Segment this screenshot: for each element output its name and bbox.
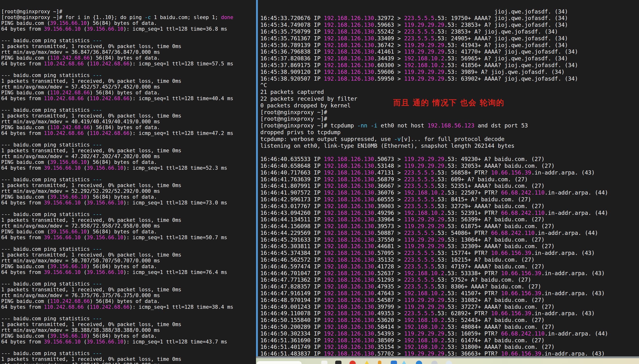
terminal-text: 223.5.5.5 xyxy=(404,176,434,182)
terminal-line xyxy=(1,136,257,142)
terminal-text: 192.168.126.130 xyxy=(324,297,374,303)
terminal-text: eth0 not host xyxy=(377,122,428,129)
terminal-text: ): icmp_seq=1 ttl=128 time=47.2 ms xyxy=(130,130,233,136)
terminal-line xyxy=(1,102,257,107)
terminal-text: --- xyxy=(93,246,102,252)
taskbar-app-icon-2[interactable] xyxy=(335,360,341,364)
left-terminal-window[interactable]: [root@nginxproxy ~]#[root@nginxproxy ~]#… xyxy=(0,0,257,364)
terminal-text: .44681 > xyxy=(374,243,404,249)
terminal-text: 0 packets dropped by kernel xyxy=(260,102,351,108)
terminal-text: rtt min/avg/max/mdev = 52.292/52.292/52.… xyxy=(1,188,160,194)
terminal-text: .in-addr.arpa. (43) xyxy=(541,290,605,296)
terminal-line: 1 packets transmitted, 1 received, 0% pa… xyxy=(1,113,257,119)
terminal-text: 1 packets transmitted, 1 received, 0% pa… xyxy=(1,217,181,223)
terminal-text: 66.68.242.110 xyxy=(501,210,544,216)
terminal-line: rtt min/avg/max/mdev = 38.388/38.388/38.… xyxy=(1,327,257,333)
terminal-text: 39.156.66.10 xyxy=(87,165,123,171)
terminal-text: .59606 > xyxy=(374,69,404,75)
terminal-line: 16:46:47.771362 IP 192.168.126.130.51293… xyxy=(260,276,639,284)
terminal-text: .in-addr.arpa. (44) xyxy=(535,230,598,236)
terminal-text: PING baidu.com ( xyxy=(1,124,50,130)
terminal-text: 66.68.242.110 xyxy=(491,230,534,236)
terminal-text: 192.168.126.130 xyxy=(324,190,374,196)
terminal-text: 192.168.126.130 xyxy=(324,28,374,35)
terminal-text: --- xyxy=(93,281,102,287)
terminal-text: 110.242.68.66 xyxy=(44,61,84,66)
taskbar-app-icon-5[interactable] xyxy=(378,360,381,364)
terminal-text: 192.168.10.2 xyxy=(404,270,444,276)
terminal-text: .53: 23853+ A? jioj.qwe.jofasdf. (34) xyxy=(434,28,558,35)
terminal-line: --- baidu.com ping statistics --- xyxy=(1,350,257,356)
taskbar-app-icon-3[interactable] xyxy=(349,360,356,364)
terminal-text: --- xyxy=(93,72,102,78)
terminal-line: PING baidu.com (110.242.68.66) 56(84) by… xyxy=(1,90,257,96)
taskbar-app-icon-4[interactable] xyxy=(364,360,370,364)
terminal-line: 16:46:45.303811 IP 192.168.126.130.44681… xyxy=(260,243,639,250)
terminal-text: ^C xyxy=(260,82,267,88)
terminal-text: 110.242.68.66 xyxy=(90,130,130,136)
terminal-text: 192.168.126.130 xyxy=(324,304,374,310)
terminal-text: 119.29.29.29 xyxy=(404,42,444,48)
terminal-text: 192.168.126.130 xyxy=(324,15,374,21)
terminal-line xyxy=(1,240,257,246)
terminal-text: .36667 > xyxy=(374,183,404,189)
terminal-text: .53: 47197+ AAAA? baidu.com. (27) xyxy=(434,263,544,270)
terminal-text: .53: 16215+ A? baidu.com. (27) xyxy=(434,256,534,263)
terminal-text: 223.5.5.5 xyxy=(404,170,434,176)
terminal-text: [v]... for full protocol decode xyxy=(401,136,504,142)
terminal-text: .32972 > xyxy=(374,15,404,21)
terminal-text: rtt min/avg/max/mdev = 76.375/76.375/76.… xyxy=(1,292,160,298)
terminal-line: [root@nginxproxy ~]# xyxy=(260,109,639,116)
terminal-text: ( xyxy=(81,165,87,171)
terminal-text: .53: 31082+ A? baidu.com. (27) xyxy=(444,297,544,303)
terminal-text: 192.168.126.130 xyxy=(324,236,374,243)
terminal-text: ): icmp_seq=1 ttl=128 time=50.7 ms xyxy=(123,234,227,240)
terminal-text: ) 56(84) bytes of data. xyxy=(87,333,157,339)
taskbar-app-icon-6[interactable] xyxy=(391,360,397,364)
terminal-line: [root@nginxproxy ~]# for i in {1..10}; d… xyxy=(1,14,257,20)
terminal-line: 16:46:40.658648 IP 192.168.126.130.53148… xyxy=(260,163,639,170)
terminal-text: 10.66.156.39 xyxy=(491,250,531,256)
terminal-line: 16:46:49.001243 IP 192.168.126.130.39799… xyxy=(260,304,639,310)
terminal-text: ( xyxy=(84,304,90,310)
taskbar-app-icon-10[interactable] xyxy=(446,360,452,364)
taskbar-app-icon-1[interactable] xyxy=(321,360,327,364)
terminal-text: 192.168.10.2 xyxy=(404,210,444,216)
terminal-text: 119.29.29.29 xyxy=(404,156,444,162)
terminal-text: 16:45:34.749078 IP xyxy=(260,22,324,28)
terminal-text: ) 56(84) bytes of data. xyxy=(87,194,157,200)
terminal-text: 64 bytes from xyxy=(1,200,44,206)
terminal-text: .60555 > xyxy=(374,196,404,202)
taskbar[interactable] xyxy=(256,358,639,364)
terminal-line: 64 bytes from 39.156.66.10 (39.156.66.10… xyxy=(1,165,257,171)
terminal-text: 64 bytes from xyxy=(1,270,44,275)
terminal-text: 16:45:35.750799 IP xyxy=(260,28,324,35)
terminal-line: 16:45:38.909120 IP 192.168.126.130.59606… xyxy=(260,69,639,76)
terminal-text: 192.168.126.130 xyxy=(324,324,374,330)
terminal-text: 223.5.5.5 xyxy=(404,256,434,263)
taskbar-app-icon-9[interactable] xyxy=(431,360,438,364)
terminal-text: 192.168.126.130 xyxy=(324,290,374,296)
terminal-text: 192.168.126.130 xyxy=(324,69,374,75)
taskbar-app-icon-8[interactable] xyxy=(416,360,422,364)
terminal-line: 16:46:46.701047 IP 192.168.126.130.52637… xyxy=(260,270,639,277)
terminal-text: rtt min/avg/max/mdev = 36.847/36.847/36.… xyxy=(1,49,160,55)
right-terminal-window[interactable]: jioj.qwe.jofasdf. (34)16:45:33.720676 IP… xyxy=(258,0,639,356)
terminal-text: .53148 > xyxy=(374,163,404,169)
terminal-text: .53: 32729+ AAAA? baidu.com. (27) xyxy=(434,203,544,209)
terminal-text: .55242 > xyxy=(374,28,404,35)
terminal-text: .in-addr.arpa. (43) xyxy=(541,350,605,356)
terminal-text: 223.5.5.5 xyxy=(404,276,434,283)
terminal-text: .53: 56858+ PTR? xyxy=(434,170,491,176)
taskbar-widget-card[interactable] xyxy=(257,361,302,364)
terminal-text: .53620 > xyxy=(374,317,404,323)
terminal-text: .34439 > xyxy=(374,55,404,62)
terminal-text: [root@nginxproxy ~]# for i in {1..10}; d… xyxy=(1,14,145,20)
terminal-text: 119.29.29.29 xyxy=(404,76,444,82)
taskbar-app-icon-7[interactable] xyxy=(401,360,407,364)
terminal-line: listening on eth0, link-type EN10MB (Eth… xyxy=(260,143,639,150)
terminal-line: 64 bytes from 39.156.66.10 (39.156.66.10… xyxy=(1,270,257,275)
terminal-text: 223.5.5.5 xyxy=(404,28,434,35)
terminal-text: 192.168.10.2 xyxy=(404,190,444,196)
terminal-text: PING baidu.com ( xyxy=(1,55,50,61)
